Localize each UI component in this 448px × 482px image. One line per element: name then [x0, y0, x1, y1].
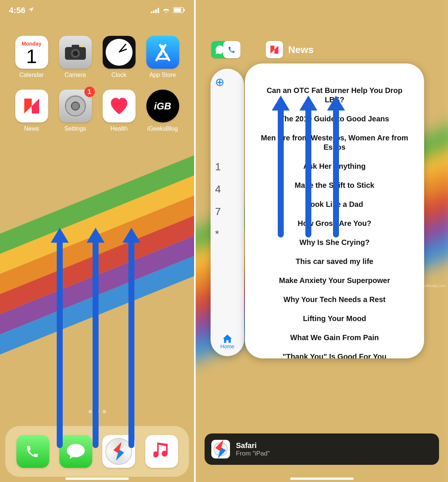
app-label: Health	[110, 125, 127, 132]
keypad-cell: 7	[215, 206, 240, 218]
cellular-icon	[151, 6, 159, 15]
handoff-subtitle: From "iPad"	[236, 450, 270, 457]
app-label: Settings	[65, 125, 86, 132]
card-stack: ⊕ 1 4 7 * Home Can an OTC Fat Burner Hel…	[211, 63, 448, 437]
app-label: Calendar	[19, 72, 44, 78]
headline[interactable]: Why Your Tech Needs a Rest	[283, 295, 385, 304]
status-bar: 4:56	[0, 0, 194, 21]
swipe-up-arrow-icon	[128, 239, 134, 448]
swipe-up-arrow-icon	[333, 107, 339, 237]
app-camera[interactable]: Camera	[53, 36, 97, 78]
camera-icon	[59, 36, 92, 69]
switcher-header: News	[196, 41, 448, 58]
health-icon	[103, 90, 136, 122]
handoff-banner[interactable]: Safari From "iPad"	[205, 433, 439, 465]
svg-rect-5	[174, 8, 181, 12]
svg-rect-2	[155, 9, 157, 13]
svg-rect-0	[151, 12, 152, 13]
watermark: www.deuaq.com	[416, 283, 446, 288]
phone-mini-icon[interactable]	[223, 41, 240, 58]
appstore-icon	[146, 36, 179, 69]
app-card-phone[interactable]: ⊕ 1 4 7 * Home	[211, 69, 244, 356]
swipe-up-arrow-icon	[93, 239, 99, 448]
app-clock[interactable]: Clock	[97, 36, 141, 78]
swipe-up-arrow-icon	[305, 107, 311, 237]
handoff-title: Safari	[236, 441, 270, 450]
app-label: News	[24, 125, 39, 132]
dock-music[interactable]	[145, 435, 178, 468]
keypad-cell: 1	[215, 161, 240, 173]
news-mini-icon[interactable]	[266, 41, 283, 58]
igeeksblog-icon: iGB	[146, 90, 179, 122]
dock-phone[interactable]	[16, 435, 49, 468]
swipe-up-arrow-icon	[57, 239, 63, 448]
status-time: 4:56	[9, 6, 25, 15]
wifi-icon	[162, 6, 170, 15]
swipe-up-arrow-icon	[278, 107, 284, 237]
svg-point-11	[81, 45, 83, 47]
app-label: Camera	[65, 72, 86, 78]
keypad-cell: 4	[215, 183, 240, 195]
location-icon	[28, 6, 34, 15]
clock-icon	[103, 36, 136, 69]
settings-icon: 1	[59, 90, 92, 122]
add-contact-icon[interactable]: ⊕	[215, 75, 240, 88]
news-icon	[15, 90, 48, 122]
app-news[interactable]: News	[10, 90, 53, 132]
headline[interactable]: "Thank You" Is Good For You	[283, 352, 387, 358]
home-screen-panel: 4:56 Monday 1 Calendar	[0, 0, 196, 482]
safari-icon	[211, 440, 230, 458]
switcher-app-title: News	[288, 44, 314, 56]
app-label: iGeeksBlog	[147, 125, 178, 132]
app-calendar[interactable]: Monday 1 Calendar	[10, 36, 53, 78]
svg-rect-1	[153, 10, 155, 13]
battery-icon	[173, 6, 185, 15]
headline[interactable]: What We Gain From Pain	[290, 333, 379, 342]
headline[interactable]: This car saved my life	[296, 257, 373, 266]
app-label: Clock	[111, 72, 126, 78]
svg-rect-10	[72, 45, 79, 49]
app-switcher-panel: News ⊕ 1 4 7 * Home Can an OTC Fat Burne…	[196, 0, 448, 482]
svg-rect-6	[184, 9, 185, 11]
app-grid: Monday 1 Calendar Camera Clock App Store	[0, 36, 194, 132]
app-settings[interactable]: 1 Settings	[53, 90, 97, 132]
app-igeeksblog[interactable]: iGB iGeeksBlog	[141, 90, 184, 132]
calendar-icon: Monday 1	[15, 36, 48, 69]
svg-point-9	[73, 51, 78, 56]
home-indicator[interactable]	[65, 478, 129, 480]
headline[interactable]: Why Is She Crying?	[299, 238, 370, 247]
dock-messages[interactable]	[59, 435, 92, 468]
app-label: App Store	[149, 72, 176, 78]
app-health[interactable]: Health	[97, 90, 141, 132]
headline[interactable]: Make Anxiety Your Superpower	[279, 276, 390, 285]
headline[interactable]: Lifting Your Mood	[303, 314, 366, 323]
keypad-cell: *	[215, 228, 240, 240]
app-appstore[interactable]: App Store	[141, 36, 184, 78]
svg-rect-3	[158, 8, 159, 13]
notification-badge: 1	[84, 87, 95, 97]
home-indicator[interactable]	[290, 478, 354, 480]
home-tab[interactable]: Home	[215, 335, 240, 349]
calendar-day-number: 1	[26, 47, 37, 66]
